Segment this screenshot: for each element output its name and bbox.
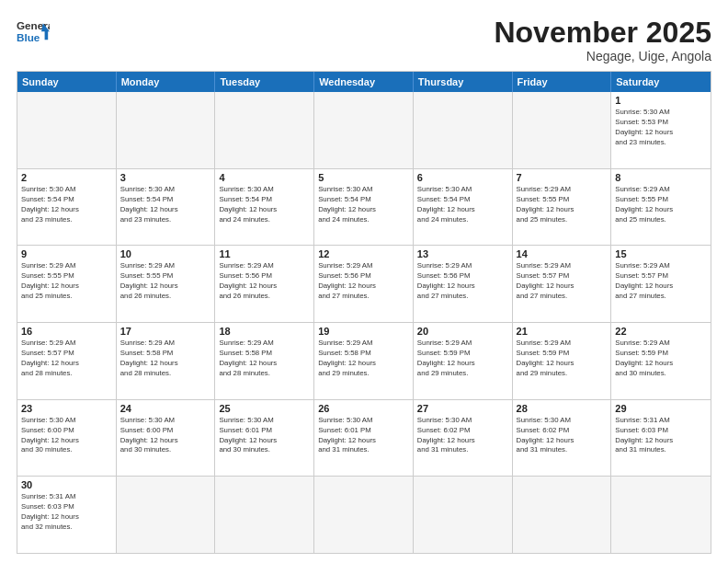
calendar-cell <box>117 92 216 168</box>
day-info: Sunrise: 5:31 AMSunset: 6:03 PMDaylight:… <box>21 492 112 533</box>
generalblue-logo-icon: General Blue <box>17 17 50 50</box>
day-info: Sunrise: 5:29 AMSunset: 5:56 PMDaylight:… <box>318 261 409 302</box>
day-number: 15 <box>615 248 707 259</box>
title-block: November 2025 Negage, Uige, Angola <box>494 17 711 63</box>
day-info: Sunrise: 5:29 AMSunset: 5:58 PMDaylight:… <box>120 339 211 379</box>
calendar-cell: 7Sunrise: 5:29 AMSunset: 5:55 PMDaylight… <box>513 169 612 246</box>
calendar-cell: 27Sunrise: 5:30 AMSunset: 6:02 PMDayligh… <box>414 400 513 477</box>
svg-text:Blue: Blue <box>17 31 40 43</box>
calendar-cell: 14Sunrise: 5:29 AMSunset: 5:57 PMDayligh… <box>513 246 612 322</box>
day-info: Sunrise: 5:30 AMSunset: 5:54 PMDaylight:… <box>21 185 112 225</box>
calendar-cell: 17Sunrise: 5:29 AMSunset: 5:58 PMDayligh… <box>117 323 216 399</box>
calendar-cell <box>117 477 216 553</box>
day-info: Sunrise: 5:30 AMSunset: 5:54 PMDaylight:… <box>417 185 508 225</box>
calendar-body: 1Sunrise: 5:30 AMSunset: 5:53 PMDaylight… <box>17 92 711 553</box>
calendar-cell <box>215 92 314 168</box>
weekday-header-monday: Monday <box>117 72 216 92</box>
day-info: Sunrise: 5:30 AMSunset: 6:00 PMDaylight:… <box>120 416 211 456</box>
day-info: Sunrise: 5:30 AMSunset: 6:01 PMDaylight:… <box>219 416 310 456</box>
day-info: Sunrise: 5:29 AMSunset: 5:57 PMDaylight:… <box>21 339 112 379</box>
calendar-cell: 22Sunrise: 5:29 AMSunset: 5:59 PMDayligh… <box>611 323 711 399</box>
day-number: 5 <box>318 172 409 183</box>
calendar-cell: 6Sunrise: 5:30 AMSunset: 5:54 PMDaylight… <box>414 169 513 246</box>
calendar-cell <box>513 92 612 168</box>
calendar-row-2: 9Sunrise: 5:29 AMSunset: 5:55 PMDaylight… <box>17 245 711 322</box>
calendar-cell <box>414 477 513 553</box>
day-info: Sunrise: 5:31 AMSunset: 6:03 PMDaylight:… <box>615 416 707 456</box>
day-info: Sunrise: 5:29 AMSunset: 5:58 PMDaylight:… <box>219 339 310 379</box>
calendar-cell <box>513 477 612 553</box>
calendar-cell: 24Sunrise: 5:30 AMSunset: 6:00 PMDayligh… <box>117 400 216 477</box>
calendar-cell: 8Sunrise: 5:29 AMSunset: 5:55 PMDaylight… <box>611 169 711 246</box>
day-info: Sunrise: 5:29 AMSunset: 5:56 PMDaylight:… <box>219 261 310 302</box>
weekday-header-sunday: Sunday <box>17 72 117 92</box>
day-info: Sunrise: 5:30 AMSunset: 5:53 PMDaylight:… <box>615 108 707 148</box>
day-info: Sunrise: 5:29 AMSunset: 5:56 PMDaylight:… <box>417 261 508 302</box>
day-info: Sunrise: 5:30 AMSunset: 5:54 PMDaylight:… <box>318 185 409 225</box>
weekday-header-friday: Friday <box>513 72 612 92</box>
calendar-cell: 5Sunrise: 5:30 AMSunset: 5:54 PMDaylight… <box>314 169 414 246</box>
location: Negage, Uige, Angola <box>494 49 711 63</box>
calendar-row-0: 1Sunrise: 5:30 AMSunset: 5:53 PMDaylight… <box>17 92 711 168</box>
weekday-header-thursday: Thursday <box>414 72 513 92</box>
calendar-cell <box>215 477 314 553</box>
calendar-cell: 18Sunrise: 5:29 AMSunset: 5:58 PMDayligh… <box>215 323 314 399</box>
day-number: 13 <box>417 248 508 259</box>
day-number: 7 <box>517 172 608 183</box>
calendar-row-3: 16Sunrise: 5:29 AMSunset: 5:57 PMDayligh… <box>17 322 711 399</box>
calendar-header: SundayMondayTuesdayWednesdayThursdayFrid… <box>17 72 711 92</box>
weekday-header-wednesday: Wednesday <box>314 72 414 92</box>
day-info: Sunrise: 5:29 AMSunset: 5:59 PMDaylight:… <box>615 339 707 379</box>
calendar-cell: 26Sunrise: 5:30 AMSunset: 6:01 PMDayligh… <box>314 400 414 477</box>
day-info: Sunrise: 5:29 AMSunset: 5:59 PMDaylight:… <box>417 339 508 379</box>
day-number: 12 <box>318 248 409 259</box>
day-info: Sunrise: 5:30 AMSunset: 6:02 PMDaylight:… <box>517 416 608 456</box>
day-number: 18 <box>219 326 310 337</box>
day-number: 23 <box>21 403 112 414</box>
day-info: Sunrise: 5:30 AMSunset: 6:00 PMDaylight:… <box>21 416 112 456</box>
day-number: 4 <box>219 172 310 183</box>
calendar-cell: 11Sunrise: 5:29 AMSunset: 5:56 PMDayligh… <box>215 246 314 322</box>
header: General Blue November 2025 Negage, Uige,… <box>17 17 711 63</box>
day-number: 20 <box>417 326 508 337</box>
calendar-cell: 21Sunrise: 5:29 AMSunset: 5:59 PMDayligh… <box>513 323 612 399</box>
calendar-cell: 23Sunrise: 5:30 AMSunset: 6:00 PMDayligh… <box>17 400 117 477</box>
day-number: 21 <box>517 326 608 337</box>
logo: General Blue <box>17 17 50 50</box>
calendar-cell: 16Sunrise: 5:29 AMSunset: 5:57 PMDayligh… <box>17 323 117 399</box>
day-info: Sunrise: 5:29 AMSunset: 5:55 PMDaylight:… <box>120 261 211 302</box>
calendar-cell: 29Sunrise: 5:31 AMSunset: 6:03 PMDayligh… <box>611 400 711 477</box>
day-number: 27 <box>417 403 508 414</box>
day-info: Sunrise: 5:30 AMSunset: 5:54 PMDaylight:… <box>120 185 211 225</box>
day-info: Sunrise: 5:29 AMSunset: 5:58 PMDaylight:… <box>318 339 409 379</box>
calendar: SundayMondayTuesdayWednesdayThursdayFrid… <box>17 71 711 554</box>
calendar-cell: 2Sunrise: 5:30 AMSunset: 5:54 PMDaylight… <box>17 169 117 246</box>
day-info: Sunrise: 5:29 AMSunset: 5:55 PMDaylight:… <box>615 185 707 225</box>
day-number: 1 <box>615 95 707 106</box>
page: General Blue November 2025 Negage, Uige,… <box>0 0 728 563</box>
day-info: Sunrise: 5:29 AMSunset: 5:57 PMDaylight:… <box>517 261 608 302</box>
day-number: 17 <box>120 326 211 337</box>
day-number: 3 <box>120 172 211 183</box>
day-info: Sunrise: 5:29 AMSunset: 5:55 PMDaylight:… <box>21 261 112 302</box>
calendar-cell: 13Sunrise: 5:29 AMSunset: 5:56 PMDayligh… <box>414 246 513 322</box>
day-number: 10 <box>120 248 211 259</box>
day-info: Sunrise: 5:29 AMSunset: 5:59 PMDaylight:… <box>517 339 608 379</box>
weekday-header-tuesday: Tuesday <box>215 72 314 92</box>
calendar-cell: 30Sunrise: 5:31 AMSunset: 6:03 PMDayligh… <box>17 477 117 553</box>
weekday-header-saturday: Saturday <box>611 72 711 92</box>
calendar-cell: 10Sunrise: 5:29 AMSunset: 5:55 PMDayligh… <box>117 246 216 322</box>
calendar-cell: 28Sunrise: 5:30 AMSunset: 6:02 PMDayligh… <box>513 400 612 477</box>
day-number: 25 <box>219 403 310 414</box>
day-number: 8 <box>615 172 707 183</box>
calendar-cell: 19Sunrise: 5:29 AMSunset: 5:58 PMDayligh… <box>314 323 414 399</box>
calendar-row-1: 2Sunrise: 5:30 AMSunset: 5:54 PMDaylight… <box>17 168 711 246</box>
month-title: November 2025 <box>494 17 711 49</box>
calendar-cell <box>611 477 711 553</box>
calendar-cell: 20Sunrise: 5:29 AMSunset: 5:59 PMDayligh… <box>414 323 513 399</box>
day-info: Sunrise: 5:29 AMSunset: 5:57 PMDaylight:… <box>615 261 707 302</box>
calendar-cell <box>414 92 513 168</box>
calendar-cell: 25Sunrise: 5:30 AMSunset: 6:01 PMDayligh… <box>215 400 314 477</box>
day-info: Sunrise: 5:30 AMSunset: 6:01 PMDaylight:… <box>318 416 409 456</box>
day-number: 9 <box>21 248 112 259</box>
